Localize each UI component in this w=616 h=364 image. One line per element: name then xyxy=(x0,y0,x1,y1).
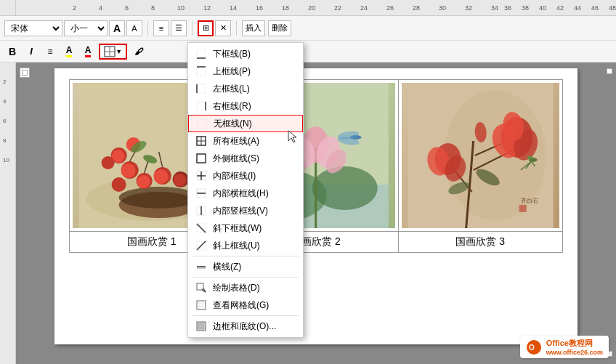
svg-point-19 xyxy=(102,156,115,169)
bold-btn[interactable]: B xyxy=(4,44,20,60)
draw-table-icon xyxy=(195,282,207,294)
svg-text:齐白石: 齐白石 xyxy=(520,198,538,204)
svg-text:O: O xyxy=(529,344,535,352)
borders-dropdown-btn[interactable]: ▼ xyxy=(99,44,127,60)
inside-v-borders-icon xyxy=(195,205,207,217)
svg-rect-77 xyxy=(198,119,206,128)
svg-rect-81 xyxy=(197,154,206,163)
all-borders-icon xyxy=(195,135,207,147)
fontsize-select[interactable]: 小一 xyxy=(64,20,108,36)
watermark-line2: www.office26.com xyxy=(546,349,603,356)
italic-btn[interactable]: I xyxy=(23,44,39,60)
watermark-text-block: Office教程网 www.office26.com xyxy=(546,338,603,356)
borders-shading-icon xyxy=(195,320,207,332)
inside-h-borders-icon xyxy=(195,187,207,199)
menu-label-bottom-border: 下框线(B) xyxy=(213,48,251,60)
menu-label-outside-borders: 外侧框线(S) xyxy=(213,153,259,165)
office-logo-icon: O xyxy=(526,339,542,355)
menu-separator-3 xyxy=(192,315,299,316)
outside-borders-icon xyxy=(195,153,207,164)
menu-label-left-border: 左框线(L) xyxy=(213,83,250,95)
list-btn1[interactable]: ≡ xyxy=(153,20,169,36)
menu-label-view-grid: 查看网格线(G) xyxy=(213,299,269,312)
page-corner xyxy=(20,68,30,78)
font-bigger-btn[interactable]: A xyxy=(109,20,125,36)
font-select[interactable]: 宋体 xyxy=(4,20,62,36)
menu-item-inside-borders[interactable]: 内部框线(I) xyxy=(188,167,303,185)
menu-label-no-border: 无框线(N) xyxy=(214,118,252,130)
painting-3: 齐白石 xyxy=(402,83,559,228)
highlight-btn[interactable]: A xyxy=(61,44,77,60)
caption-cell-3: 国画欣赏 3 xyxy=(398,232,562,253)
menu-label-top-border: 上框线(P) xyxy=(213,65,251,78)
menu-item-left-border[interactable]: 左框线(L) xyxy=(188,80,303,97)
menu-item-top-border[interactable]: 上框线(P) xyxy=(188,62,303,80)
svg-point-15 xyxy=(112,177,126,192)
table-cell-3: 齐白石 xyxy=(398,80,562,232)
doc-area: 老 xyxy=(16,62,616,364)
menu-label-borders-shading: 边框和底纹(O)... xyxy=(213,320,276,333)
svg-point-14 xyxy=(174,174,187,187)
inside-borders-icon xyxy=(195,170,207,182)
insert-btn[interactable]: 插入 xyxy=(242,20,265,36)
menu-item-no-border[interactable]: 无框线(N) xyxy=(188,115,303,132)
menu-item-inside-h-borders[interactable]: 内部横框线(H) xyxy=(188,185,303,202)
ruler-left: 2 4 6 8 10 xyxy=(0,62,16,364)
toolbar-group-table: ⊞ ✕ xyxy=(198,20,231,36)
menu-label-diag-down: 斜下框线(W) xyxy=(213,222,262,235)
toolbar-group-list: ≡ ☰ xyxy=(153,20,187,36)
menu-item-right-border[interactable]: 右框线(R) xyxy=(188,97,303,115)
menu-item-horizontal-line[interactable]: 横线(Z) xyxy=(188,258,303,275)
menu-item-draw-table[interactable]: 绘制表格(D) xyxy=(188,279,303,296)
ruler-top: 2 4 6 8 10 12 14 16 18 20 22 24 26 28 30… xyxy=(0,0,616,16)
list-btn2[interactable]: ☰ xyxy=(171,20,187,36)
brush-btn[interactable]: 🖌 xyxy=(130,44,147,60)
svg-point-32 xyxy=(312,166,378,210)
svg-rect-69 xyxy=(197,49,206,58)
bottom-border-icon xyxy=(195,48,207,60)
svg-point-10 xyxy=(137,175,150,188)
diag-up-icon xyxy=(195,240,207,251)
menu-separator-1 xyxy=(192,256,299,256)
svg-point-97 xyxy=(202,288,205,291)
menu-item-all-borders[interactable]: 所有框线(A) xyxy=(188,132,303,150)
toolbar2: B I ≡ A A ▼ 🖌 xyxy=(0,41,616,62)
menu-label-all-borders: 所有框线(A) xyxy=(213,135,259,147)
office-watermark: O Office教程网 www.office26.com xyxy=(520,336,609,358)
align-btn[interactable]: ≡ xyxy=(42,44,58,60)
delete-btn[interactable]: 删除 xyxy=(268,20,291,36)
right-edge-indicator xyxy=(607,68,612,74)
svg-line-92 xyxy=(197,241,206,250)
menu-item-outside-borders[interactable]: 外侧框线(S) xyxy=(188,150,303,167)
borders-dropdown-menu: 下框线(B) 上框线(P) 左框线(L) 右框线(R) xyxy=(187,42,304,338)
sep1 xyxy=(147,21,148,36)
content-area: 2 4 6 8 10 xyxy=(0,62,616,364)
horizontal-line-icon xyxy=(195,261,207,272)
menu-item-diag-down[interactable]: 斜下框线(W) xyxy=(188,219,303,237)
fontcolor-btn[interactable]: A xyxy=(80,44,96,60)
menu-item-borders-shading[interactable]: 边框和底纹(O)... xyxy=(188,318,303,335)
table-btn[interactable]: ⊞ xyxy=(198,20,214,36)
font-smaller-btn[interactable]: A xyxy=(126,20,142,36)
toolbar-group-font: 宋体 小一 A A xyxy=(4,20,142,36)
menu-item-bottom-border[interactable]: 下框线(B) xyxy=(188,45,303,62)
svg-rect-98 xyxy=(197,301,206,310)
toolbar1: 宋体 小一 A A ≡ ☰ ⊞ ✕ 插入 删除 xyxy=(0,16,616,41)
left-border-icon xyxy=(195,83,207,94)
svg-line-90 xyxy=(197,224,206,232)
svg-rect-68 xyxy=(519,205,526,212)
menu-label-inside-v-borders: 内部竖框线(V) xyxy=(213,205,268,217)
menu-label-draw-table: 绘制表格(D) xyxy=(213,282,260,294)
menu-item-view-grid[interactable]: 查看网格线(G) xyxy=(188,296,303,314)
close-btn[interactable]: ✕ xyxy=(215,20,231,36)
sep3 xyxy=(236,21,237,36)
svg-rect-73 xyxy=(197,84,206,93)
svg-point-8 xyxy=(121,163,136,178)
menu-separator-2 xyxy=(192,277,299,278)
menu-label-diag-up: 斜上框线(U) xyxy=(213,240,260,252)
menu-label-inside-h-borders: 内部横框线(H) xyxy=(213,187,269,200)
svg-rect-104 xyxy=(198,323,204,329)
menu-label-right-border: 右框线(R) xyxy=(213,100,251,113)
menu-item-diag-up[interactable]: 斜上框线(U) xyxy=(188,237,303,254)
menu-item-inside-v-borders[interactable]: 内部竖框线(V) xyxy=(188,202,303,219)
